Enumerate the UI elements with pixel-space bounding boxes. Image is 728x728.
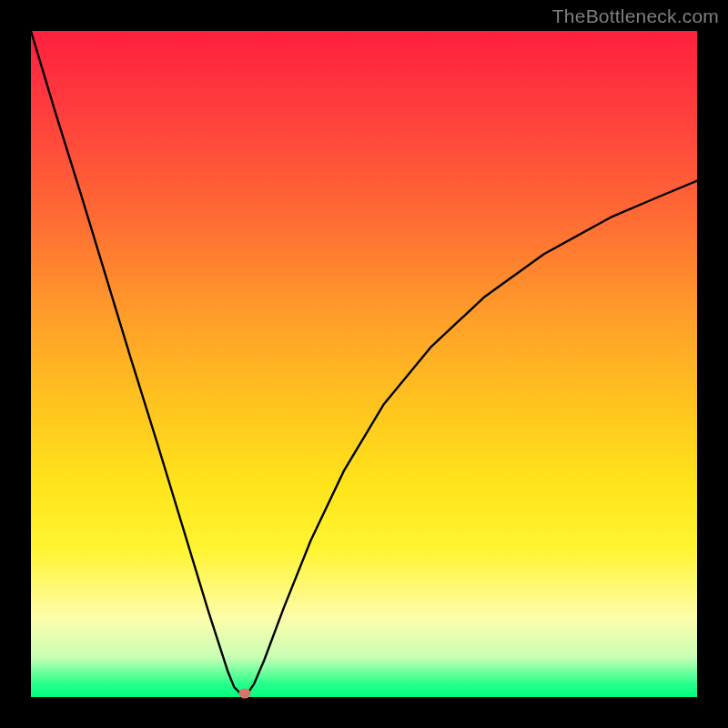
min-marker	[238, 689, 250, 699]
plot-area	[31, 31, 697, 697]
bottleneck-curve	[31, 31, 697, 697]
chart-frame: TheBottleneck.com	[0, 0, 728, 728]
watermark-text: TheBottleneck.com	[552, 5, 719, 27]
